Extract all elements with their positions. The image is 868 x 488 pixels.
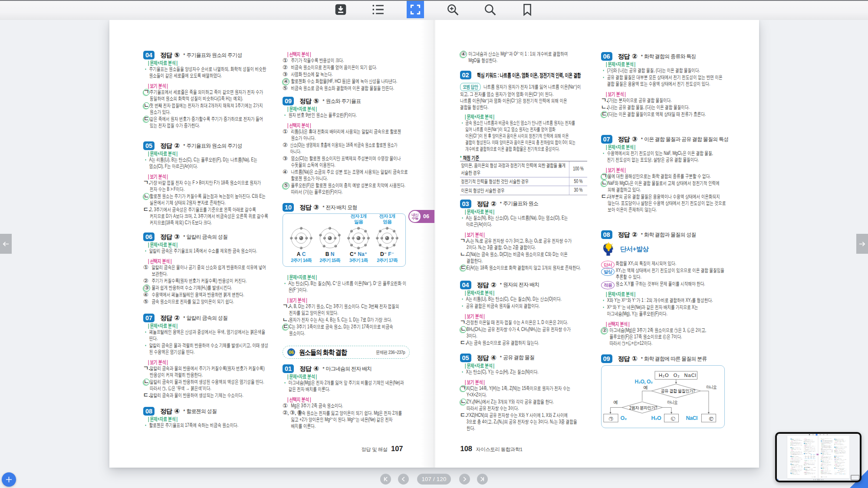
bullet-text: 금속 원소인 나트륨과 비금속 원소인 염소가 만나면 나트륨 원자는 전자를 … (465, 120, 575, 152)
analysis-label: | 보기 분석 | (148, 83, 261, 89)
answer-choice: ③ (174, 233, 179, 240)
choice-marker: ㄴ (143, 193, 150, 200)
topic-asterisk: * (641, 136, 643, 143)
column-2: | 선택지 분석 |①주기가 작을수록 반응성이 크다.②비금속 원소이므로 전… (283, 51, 410, 430)
zoom-in-icon (446, 3, 459, 16)
choice-item: ㄱ.A₂는 N₂로 공유 전자쌍 수가 3이고, B₂는 O₂로 공유 전자쌍 … (460, 238, 587, 251)
bullet-item: •알칼리 금속은 주기율표의 1족에서 수소를 제외한 금속 원소이다. (143, 248, 270, 254)
analysis-label: | 보기 분석 | (465, 379, 578, 385)
toolbar-toc-button[interactable] (369, 1, 387, 18)
analysis-label: | 보기 분석 | (148, 359, 261, 365)
toolbar-search-button[interactable] (481, 1, 499, 18)
ebook-viewer: 04정답 ⑤*주기율표와 원소의 주기성| 문제+자료 분석 |•주기율표는 원… (0, 0, 868, 488)
add-annotation-button[interactable] (2, 472, 16, 487)
answer-choice: ⑤ (174, 51, 179, 59)
page-footer-left: 정답 및 해설 107 (361, 445, 403, 453)
first-page-button[interactable] (380, 474, 391, 485)
next-page-arrow[interactable] (856, 234, 868, 254)
bullet-text: A는 탄소(C), B는 질소(N), C⁺은 나트륨 이온(Na⁺), D⁻은… (289, 280, 406, 293)
choice-text: NaF와 MgCl₂은 이온 결합 물질로서 고체 상태에서 정전기적 인력에 … (608, 180, 720, 193)
question-header: 08정답 ②*화학 결합과 물질의 성질 (601, 230, 728, 239)
book-spread: 04정답 ⑤*주기율표와 원소의 주기성| 문제+자료 분석 |•주기율표는 원… (109, 20, 759, 468)
page-right: ④마그네슘과 산소는 Mg²⁺과 O²⁻이 1 : 1의 개수비로 결합하여 M… (434, 20, 760, 468)
choice-text: BH₄(CH₄)는 공유 전자쌍 수가 4, CH₃(NH₃)는 공유 전자쌍 … (467, 326, 571, 339)
atom-element: C (302, 251, 306, 257)
grading-title: 채점 기준 (463, 155, 479, 161)
choice-text: (나)는 공유 결합 물질, (다)는 이온 결합 물질이다. (608, 104, 690, 110)
atom-note: 전자 1개 얻음 (379, 213, 395, 225)
question-header: 04정답 ⑤*주기율표와 원소의 주기성 (143, 51, 270, 59)
question-number-badge: 06 (601, 52, 612, 61)
choice-text: C(Na)는 금속 원소, D(Cl)는 비금속 원소이므로 C와 D는 이온 … (467, 251, 568, 264)
choice-text: 마그네슘과 산소는 Mg²⁺과 O²⁻이 1 : 1의 개수비로 결합하여 Mg… (468, 51, 568, 63)
choice-marker: ㄴ (601, 180, 608, 187)
toolbar-zoom-in-button[interactable] (444, 1, 461, 18)
clue-text: XY₂는 액체 상태에서 전기 전도성이 있으므로 이온 결합 물질임을 추론할… (615, 267, 724, 280)
question-number-badge: 04 (460, 281, 471, 289)
atom-element: Na⁺ (358, 251, 367, 257)
clue-text: 화합물 XY₂의 특징이 제시되어 있다. (615, 260, 676, 266)
choice-text: 마그네슘(Mg)은 3주기 2족 원소이므로 ㉠은 3, ㉡은 2이고, 플루오… (609, 327, 706, 346)
toolbar-fullscreen-button[interactable] (407, 1, 424, 18)
first-page-icon (383, 476, 388, 482)
previous-page-button[interactable] (398, 474, 409, 485)
column-1: 04정답 ⑤*주기율표와 원소의 주기성| 문제+자료 분석 |•주기율표는 원… (143, 51, 270, 429)
bullet-marker: • (603, 67, 604, 74)
answer-label: 정답 ② (160, 314, 179, 321)
analysis-label: | 보기 분석 | (606, 91, 719, 97)
toolbar-download-button[interactable] (332, 1, 349, 18)
choice-item: ㄱX(C)는 14족, Y(H)는 1족, Z(N)는 15족이므로 원자가 전… (460, 385, 587, 398)
choice-marker: ㄱ. (143, 180, 150, 186)
choice-marker: ㄷ (143, 116, 150, 122)
previous-page-arrow[interactable] (0, 234, 12, 254)
choice-marker: ⑤ (143, 298, 148, 305)
choice-text: 같은 족에서 원자 번호가 증가할수록 주기가 증가하므로 전자가 들어 있는 … (150, 116, 263, 128)
keyword-title: 핵심 키워드 : 나트륨 이온, 염화 이온, 정전기적 인력, 이온 결합 (477, 72, 581, 79)
footer-left-label: 정답 및 해설 (361, 447, 387, 452)
choice-marker: ① (143, 264, 148, 271)
choice-text: 2, 3주기에서 금속성은 주기율표를 기준으로 왼쪽 아래로 갈수록 커지므로… (150, 206, 268, 226)
atom-symbol: A (297, 251, 301, 257)
answer-choice: ⑤ (313, 97, 319, 105)
answer-choice: ④ (174, 407, 179, 415)
bullet-text: 수용액에서의 전기 전도성이 있는 NaF, MgCl₂은 이온 결합 물질, … (607, 150, 713, 163)
answer-word: 정답 (618, 231, 630, 238)
answer-word: 정답 (160, 52, 172, 59)
question-topic: 알칼리 금속의 성질 (186, 234, 227, 240)
choice-text: X(C)는 14족, Y(H)는 1족, Z(N)는 15족이므로 원자가 전자… (467, 385, 570, 398)
bullet-marker: • (462, 296, 463, 302)
choice-item: ㄴ알칼리 금속이 물과 반응하여 생성된 수용액의 액성은 염기성을 띤다. 따… (143, 379, 270, 392)
atom-period-group: 2주기 15족 (316, 257, 343, 263)
classification-flowchart: H₂O O₂ NaCl공유 결합 물질인가?H₂O, O₂예아니요2원자 분자인… (601, 365, 725, 428)
bullet-text: 페놀프탈레인 용액은 산성과 중성에서는 무색, 염기성에서는 붉은색을 띤다. (149, 329, 265, 341)
fullscreen-icon (409, 3, 422, 16)
choice-marker: ② (283, 64, 288, 71)
last-page-button[interactable] (477, 474, 488, 485)
question-number-badge: 09 (283, 97, 294, 105)
page-indicator[interactable]: 107 / 120 (417, 474, 451, 485)
atom-element: N (331, 251, 335, 257)
answer-choice: ④ (313, 365, 319, 372)
question-header: 09정답 ⑤*원소와 주기율표 (283, 97, 410, 105)
choice-marker: ① (283, 128, 288, 135)
analysis-label: | 보기 분석 | (287, 297, 400, 303)
answer-word: 정답 (160, 408, 172, 415)
answer-choice: ④ (491, 354, 496, 361)
analysis-label: | 문제+자료 분석 | (465, 209, 578, 215)
choice-item: ②, ③, ⑤금속 원소는 전자를 잃고 양이온이 되기 쉽다. Mg은 전자 … (283, 409, 410, 429)
bullet-marker: • (603, 297, 604, 304)
next-page-button[interactable] (459, 474, 470, 485)
choice-marker: ㄱ. (143, 365, 150, 372)
analysis-label: | 문제+자료 분석 | (465, 290, 578, 296)
analysis-label: | 문제+자료 분석 | (465, 114, 578, 120)
analysis-label: | 문제+자료 분석 | (148, 323, 261, 329)
choice-item: ㄱ주기율표에서 세로줄은 족을 의미하고 족이 같으면 원자가 전자 수가 동일… (143, 89, 270, 102)
choice-item: ④수용액에서 페놀프탈레인 용액과 반응하면 붉게 변한다. (143, 291, 270, 298)
choice-marker: ㄷ (601, 111, 608, 118)
bullet-marker: • (145, 248, 146, 254)
choice-item: ③염소(Cl)는 할로젠 원소이지만 표백제의 주성분이며 수영장 물이나 수돗… (283, 155, 410, 168)
choice-text: 물에 대한 용해성만으로는 화학 결합의 종류를 구분할 수 없다. (608, 173, 711, 179)
navigation-minimap[interactable]: 04정답 ⑤*주기율표와 원소의 주기성| 문제+자료 분석 |•주기율표는 원… (775, 432, 861, 482)
toolbar-bookmark-button[interactable] (519, 1, 536, 18)
bullet-item: •X²⁺와 Y⁻는 네온(Ne)과 같은 전자 배치를 가지므로 X는 마그네슘… (601, 304, 728, 317)
